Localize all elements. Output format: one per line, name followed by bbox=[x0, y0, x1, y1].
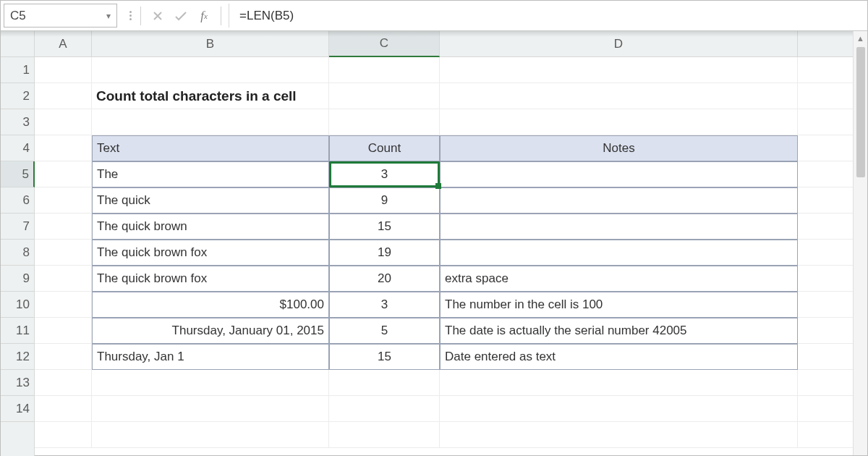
cell-A4[interactable] bbox=[35, 135, 92, 161]
cell-D6[interactable] bbox=[440, 187, 798, 214]
cell-B9[interactable]: The quick brown fox bbox=[92, 266, 329, 292]
cell-A15[interactable] bbox=[35, 422, 92, 448]
cell-A2[interactable] bbox=[35, 83, 92, 109]
table-header-notes[interactable]: Notes bbox=[440, 135, 798, 161]
cell-C2[interactable] bbox=[329, 83, 440, 109]
formula-bar: C5 ▾ fx =LEN(B5) bbox=[1, 1, 867, 31]
cell-C11[interactable]: 5 bbox=[329, 318, 440, 344]
table-header-text[interactable]: Text bbox=[92, 135, 329, 161]
table-header-count[interactable]: Count bbox=[329, 135, 440, 161]
row-header-3[interactable]: 3 bbox=[1, 109, 35, 135]
cell-D10[interactable]: The number in the cell is 100 bbox=[440, 292, 798, 318]
cell-B6[interactable]: The quick bbox=[92, 187, 329, 214]
worksheet[interactable]: A B C D 1 2 Count total characters in a … bbox=[1, 31, 867, 455]
cell-D14[interactable] bbox=[440, 396, 798, 422]
cell-C9[interactable]: 20 bbox=[329, 266, 440, 292]
cell-B15[interactable] bbox=[92, 422, 329, 448]
row-header-8[interactable]: 8 bbox=[1, 240, 35, 266]
cell-B13[interactable] bbox=[92, 370, 329, 396]
cell-D1[interactable] bbox=[440, 57, 798, 83]
cell-D15[interactable] bbox=[440, 422, 798, 448]
cell-D3[interactable] bbox=[440, 109, 798, 135]
cell-B2[interactable]: Count total characters in a cell bbox=[92, 83, 329, 109]
row-header-14[interactable]: 14 bbox=[1, 396, 35, 422]
cell-A11[interactable] bbox=[35, 318, 92, 344]
name-box-dropdown-icon[interactable]: ▾ bbox=[106, 11, 111, 21]
col-header-C[interactable]: C bbox=[329, 31, 440, 57]
cell-B10[interactable]: $100.00 bbox=[92, 292, 329, 318]
cell-C6[interactable]: 9 bbox=[329, 187, 440, 214]
scroll-thumb[interactable] bbox=[856, 47, 865, 177]
cell-C7[interactable]: 15 bbox=[329, 214, 440, 240]
cell-D13[interactable] bbox=[440, 370, 798, 396]
row-header-12[interactable]: 12 bbox=[1, 344, 35, 370]
cell-C14[interactable] bbox=[329, 396, 440, 422]
row-header-11[interactable]: 11 bbox=[1, 318, 35, 344]
select-all-corner[interactable] bbox=[1, 31, 35, 57]
row-header-7[interactable]: 7 bbox=[1, 214, 35, 240]
cell-A10[interactable] bbox=[35, 292, 92, 318]
cell-D8[interactable] bbox=[440, 240, 798, 266]
scroll-up-icon[interactable]: ▲ bbox=[854, 31, 867, 46]
cell-B3[interactable] bbox=[92, 109, 329, 135]
cell-A12[interactable] bbox=[35, 344, 92, 370]
cell-A1[interactable] bbox=[35, 57, 92, 83]
drag-handle-icon bbox=[127, 6, 135, 26]
cell-C12[interactable]: 15 bbox=[329, 344, 440, 370]
cell-A5[interactable] bbox=[35, 161, 92, 187]
cell-B5[interactable]: The bbox=[92, 161, 329, 187]
cell-B1[interactable] bbox=[92, 57, 329, 83]
cell-A9[interactable] bbox=[35, 266, 92, 292]
col-header-A[interactable]: A bbox=[35, 31, 92, 57]
cell-D7[interactable] bbox=[440, 214, 798, 240]
col-header-D[interactable]: D bbox=[440, 31, 798, 57]
cell-B14[interactable] bbox=[92, 396, 329, 422]
formula-bar-controls: fx bbox=[117, 1, 229, 30]
cell-C13[interactable] bbox=[329, 370, 440, 396]
cell-D2[interactable] bbox=[440, 83, 798, 109]
name-box-value: C5 bbox=[10, 9, 106, 23]
cancel-formula-button[interactable] bbox=[147, 5, 169, 27]
row-header-5[interactable]: 5 bbox=[1, 161, 35, 187]
col-header-B[interactable]: B bbox=[92, 31, 329, 57]
cell-C1[interactable] bbox=[329, 57, 440, 83]
row-header-13[interactable]: 13 bbox=[1, 370, 35, 396]
cell-A8[interactable] bbox=[35, 240, 92, 266]
cell-D5[interactable] bbox=[440, 161, 798, 187]
insert-function-button[interactable]: fx bbox=[193, 5, 215, 27]
cell-C5[interactable]: 3 bbox=[329, 161, 440, 187]
row-header-15[interactable] bbox=[1, 422, 35, 456]
cell-C3[interactable] bbox=[329, 109, 440, 135]
cell-C10[interactable]: 3 bbox=[329, 292, 440, 318]
formula-input[interactable]: =LEN(B5) bbox=[229, 4, 867, 28]
excel-window: C5 ▾ fx =LEN(B5) A B C D 1 bbox=[0, 0, 868, 456]
row-header-4[interactable]: 4 bbox=[1, 135, 35, 161]
cell-D11[interactable]: The date is actually the serial number 4… bbox=[440, 318, 798, 344]
row-header-10[interactable]: 10 bbox=[1, 292, 35, 318]
cell-B8[interactable]: The quick brown fox bbox=[92, 240, 329, 266]
formula-text: =LEN(B5) bbox=[239, 9, 294, 23]
row-header-2[interactable]: 2 bbox=[1, 83, 35, 109]
row-header-1[interactable]: 1 bbox=[1, 57, 35, 83]
separator bbox=[221, 7, 221, 25]
cell-C8[interactable]: 19 bbox=[329, 240, 440, 266]
cell-A3[interactable] bbox=[35, 109, 92, 135]
separator bbox=[140, 7, 141, 25]
cell-A7[interactable] bbox=[35, 214, 92, 240]
vertical-scrollbar[interactable]: ▲ bbox=[853, 31, 867, 455]
cell-A13[interactable] bbox=[35, 370, 92, 396]
cell-B7[interactable]: The quick brown bbox=[92, 214, 329, 240]
cell-D9[interactable]: extra space bbox=[440, 266, 798, 292]
cell-C15[interactable] bbox=[329, 422, 440, 448]
title-text: Count total characters in a cell bbox=[96, 88, 297, 104]
row-header-6[interactable]: 6 bbox=[1, 187, 35, 214]
cell-A6[interactable] bbox=[35, 187, 92, 214]
row-header-9[interactable]: 9 bbox=[1, 266, 35, 292]
cell-A14[interactable] bbox=[35, 396, 92, 422]
cell-B11[interactable]: Thursday, January 01, 2015 bbox=[92, 318, 329, 344]
cell-B12[interactable]: Thursday, Jan 1 bbox=[92, 344, 329, 370]
name-box[interactable]: C5 ▾ bbox=[4, 4, 117, 28]
cell-D12[interactable]: Date entered as text bbox=[440, 344, 798, 370]
enter-formula-button[interactable] bbox=[170, 5, 192, 27]
